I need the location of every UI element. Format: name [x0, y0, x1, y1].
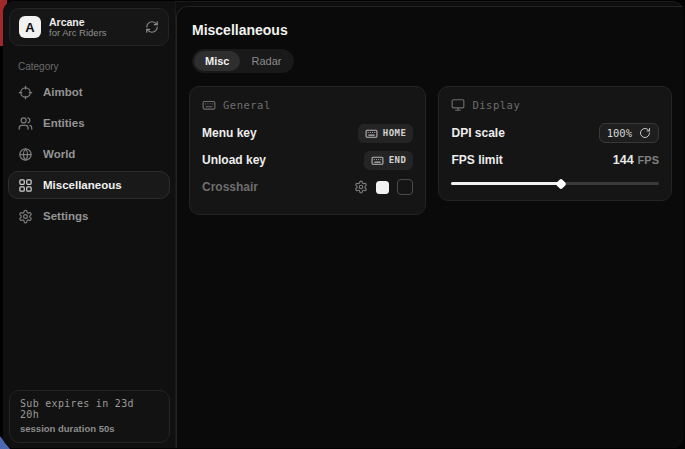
dpi-scale-control[interactable]: 100% — [599, 123, 659, 143]
app-subtitle: for Arc Riders — [49, 28, 107, 39]
rotate-cw-icon — [639, 127, 651, 139]
gear-icon[interactable] — [354, 180, 368, 194]
sidebar-item-world[interactable]: World — [8, 140, 170, 168]
fps-limit-value-wrap: 144 FPS — [613, 153, 659, 167]
app-title: Arcane — [49, 16, 107, 28]
crosshair-icon — [18, 85, 33, 100]
dpi-scale-value: 100% — [607, 127, 632, 139]
refresh-icon[interactable] — [145, 20, 159, 34]
subscription-info: Sub expires in 23d 20h session duration … — [9, 390, 170, 443]
page-title: Miscellaneous — [192, 22, 672, 38]
menu-key-row: Menu key HOME — [202, 121, 413, 145]
crosshair-label: Crosshair — [202, 180, 258, 194]
unload-key-label: Unload key — [202, 153, 266, 167]
tab-misc[interactable]: Misc — [194, 51, 240, 71]
fps-limit-unit: FPS — [638, 154, 659, 166]
crosshair-controls — [354, 179, 413, 195]
display-card: Display DPI scale 100% FPS limit — [438, 86, 672, 201]
grid-icon — [18, 178, 33, 193]
fps-slider[interactable] — [451, 178, 659, 188]
cards-row: General Menu key HOME Unload key — [189, 86, 672, 215]
profile-card: A Arcane for Arc Riders — [9, 8, 169, 46]
card-title: Display — [472, 99, 520, 111]
profile-text: Arcane for Arc Riders — [49, 16, 107, 39]
app-screen: A Arcane for Arc Riders Category Aimbot — [0, 0, 685, 449]
card-title: General — [223, 99, 271, 111]
dpi-scale-label: DPI scale — [451, 126, 504, 140]
keyboard-icon — [202, 98, 216, 112]
fps-limit-value: 144 — [613, 153, 634, 167]
crosshair-checkbox[interactable] — [397, 179, 413, 195]
menu-key-keybind-button[interactable]: HOME — [358, 124, 414, 143]
fps-slider-thumb[interactable] — [556, 178, 567, 189]
fps-slider-fill — [451, 182, 561, 185]
sidebar-item-settings[interactable]: Settings — [8, 202, 170, 230]
sidebar-item-label: Aimbot — [43, 86, 83, 98]
sidebar-item-label: World — [43, 148, 75, 160]
sidebar-item-entities[interactable]: Entities — [8, 109, 170, 137]
app-logo: A — [19, 16, 41, 38]
dpi-scale-row: DPI scale 100% — [451, 121, 659, 145]
sidebar-nav: Aimbot Entities World — [8, 78, 170, 230]
sidebar-item-label: Entities — [43, 117, 85, 129]
general-card: General Menu key HOME Unload key — [189, 86, 426, 215]
tab-bar: Misc Radar — [192, 49, 294, 73]
keyboard-icon — [365, 127, 378, 140]
fps-limit-row: FPS limit 144 FPS — [451, 148, 659, 172]
monitor-icon — [451, 98, 465, 112]
keyboard-icon — [371, 154, 384, 167]
crosshair-row: Crosshair — [202, 175, 413, 199]
sub-expiry-text: Sub expires in 23d 20h — [20, 398, 159, 420]
general-card-header: General — [202, 98, 413, 112]
sidebar: A Arcane for Arc Riders Category Aimbot — [3, 1, 176, 448]
menu-key-label: Menu key — [202, 126, 257, 140]
gear-icon — [18, 209, 33, 224]
globe-icon — [18, 147, 33, 162]
unload-key-keybind-button[interactable]: END — [364, 151, 414, 170]
sidebar-item-miscellaneous[interactable]: Miscellaneous — [8, 171, 170, 199]
sidebar-item-aimbot[interactable]: Aimbot — [8, 78, 170, 106]
main-panel: Miscellaneous Misc Radar General Menu ke… — [176, 6, 684, 448]
app-window: A Arcane for Arc Riders Category Aimbot — [3, 1, 684, 448]
crosshair-color-swatch[interactable] — [376, 181, 389, 194]
fps-limit-label: FPS limit — [451, 153, 502, 167]
unload-key-row: Unload key END — [202, 148, 413, 172]
app-logo-letter: A — [25, 20, 34, 35]
users-icon — [18, 116, 33, 131]
sidebar-item-label: Settings — [43, 210, 88, 222]
keybind-value: END — [389, 155, 407, 165]
tab-radar[interactable]: Radar — [240, 51, 292, 71]
display-card-header: Display — [451, 98, 659, 112]
sidebar-item-label: Miscellaneous — [43, 179, 122, 191]
keybind-value: HOME — [383, 128, 407, 138]
session-duration-text: session duration 50s — [20, 423, 159, 434]
category-label: Category — [18, 61, 175, 72]
